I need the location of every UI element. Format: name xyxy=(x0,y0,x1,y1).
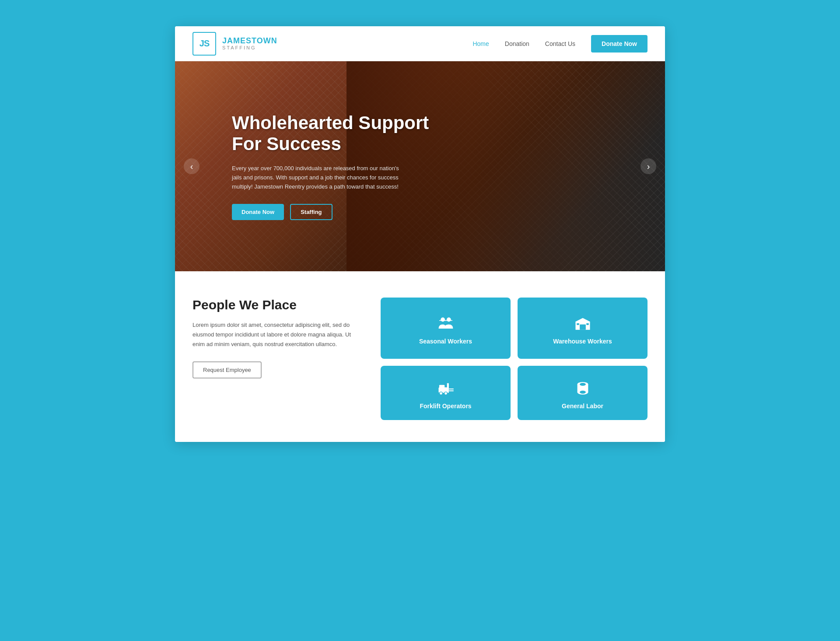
people-left-panel: People We Place Lorem ipsum dolor sit am… xyxy=(192,298,359,378)
svg-rect-4 xyxy=(580,324,586,329)
svg-rect-3 xyxy=(445,320,452,321)
header: JS Jamestown Staffing Home Donation Cont… xyxy=(175,26,665,61)
card-seasonal-workers[interactable]: Seasonal Workers xyxy=(381,298,511,359)
nav-contact-us[interactable]: Contact Us xyxy=(545,40,575,47)
chevron-left-icon: ‹ xyxy=(190,161,193,172)
card-warehouse-workers[interactable]: Warehouse Workers xyxy=(518,298,648,359)
hero-section: ‹ › Wholehearted Support For Success Eve… xyxy=(175,61,665,271)
page-wrapper: JS Jamestown Staffing Home Donation Cont… xyxy=(175,26,665,442)
hero-next-button[interactable]: › xyxy=(640,158,656,174)
warehouse-icon xyxy=(573,314,592,333)
svg-rect-9 xyxy=(448,389,453,389)
svg-rect-8 xyxy=(447,383,448,393)
logo-company: Jamestown xyxy=(222,37,277,46)
people-section: People We Place Lorem ipsum dolor sit am… xyxy=(175,271,665,442)
logo-initials: JS xyxy=(200,39,209,49)
header-donate-now-button[interactable]: Donate Now xyxy=(591,35,648,53)
card-forklift-operators[interactable]: Forklift Operators xyxy=(381,366,511,420)
general-labor-icon xyxy=(573,379,592,398)
hero-prev-button[interactable]: ‹ xyxy=(184,158,200,174)
hero-description: Every year over 700,000 individuals are … xyxy=(232,164,402,192)
logo-text: Jamestown Staffing xyxy=(222,37,277,51)
nav-home[interactable]: Home xyxy=(472,40,489,47)
hero-content: Wholehearted Support For Success Every y… xyxy=(232,112,433,220)
svg-point-17 xyxy=(580,383,586,386)
logo-sub: Staffing xyxy=(222,45,277,50)
card-general-labor-label: General Labor xyxy=(562,403,603,410)
request-employee-button[interactable]: Request Employee xyxy=(192,361,262,378)
workers-icon xyxy=(436,314,455,333)
hero-donate-now-button[interactable]: Donate Now xyxy=(232,204,284,220)
card-warehouse-workers-label: Warehouse Workers xyxy=(553,338,612,345)
people-cards-grid: Seasonal Workers Warehouse Workers xyxy=(381,298,648,420)
svg-rect-6 xyxy=(586,323,589,325)
card-general-labor[interactable]: General Labor xyxy=(518,366,648,420)
nav-donation[interactable]: Donation xyxy=(505,40,529,47)
logo-area: JS Jamestown Staffing xyxy=(192,32,277,56)
svg-rect-13 xyxy=(439,385,444,388)
hero-staffing-button[interactable]: Staffing xyxy=(290,204,332,220)
hero-buttons: Donate Now Staffing xyxy=(232,204,433,220)
card-seasonal-workers-label: Seasonal Workers xyxy=(419,338,472,345)
svg-point-11 xyxy=(439,392,442,395)
svg-rect-5 xyxy=(577,323,579,325)
svg-rect-10 xyxy=(448,390,453,391)
card-forklift-operators-label: Forklift Operators xyxy=(420,403,471,410)
people-description: Lorem ipsum dolor sit amet, consectetur … xyxy=(192,320,359,349)
svg-point-12 xyxy=(444,392,447,395)
main-nav: Home Donation Contact Us Donate Now xyxy=(472,35,648,53)
logo-box: JS xyxy=(192,32,216,56)
svg-point-18 xyxy=(580,391,586,394)
forklift-icon xyxy=(436,379,455,398)
people-title: People We Place xyxy=(192,298,359,312)
hero-title: Wholehearted Support For Success xyxy=(232,112,433,155)
chevron-right-icon: › xyxy=(647,161,650,172)
